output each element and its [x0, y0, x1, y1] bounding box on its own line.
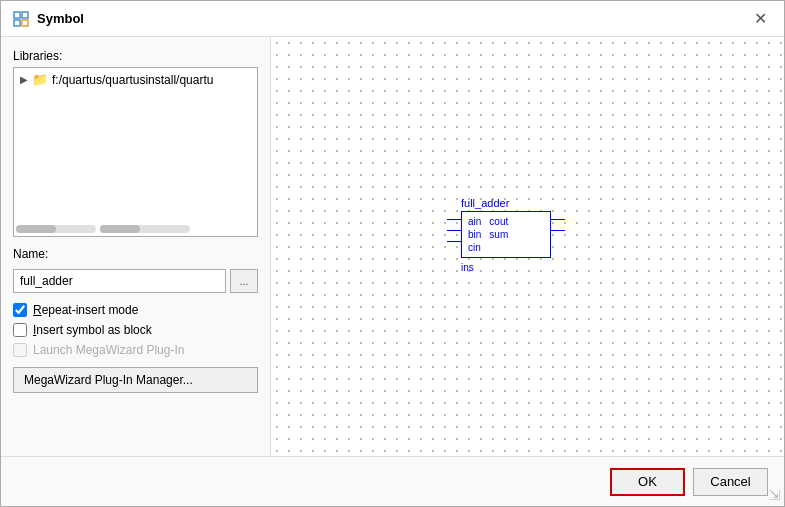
bin-line	[447, 230, 461, 231]
insert-block-label[interactable]: Insert symbol as block	[33, 323, 152, 337]
repeat-insert-checkbox[interactable]	[13, 303, 27, 317]
symbol-dialog: Symbol ✕ Libraries: ▶ 📁 f:/quartus/quart…	[0, 0, 785, 507]
cancel-button[interactable]: Cancel	[693, 468, 768, 496]
libraries-section: Libraries: ▶ 📁 f:/quartus/quartusinstall…	[13, 49, 258, 237]
ain-pin: ain	[468, 216, 481, 227]
insert-block-checkbox[interactable]	[13, 323, 27, 337]
symbol-icon	[13, 11, 29, 27]
repeat-insert-label[interactable]: Repeat-insert mode	[33, 303, 138, 317]
svg-rect-3	[22, 20, 28, 26]
svg-rect-1	[22, 12, 28, 18]
footer: OK Cancel ⇲	[1, 456, 784, 506]
tree-scrollbar-area	[14, 222, 257, 236]
scrollbar-thumb	[16, 225, 56, 233]
left-panel: Libraries: ▶ 📁 f:/quartus/quartusinstall…	[1, 37, 271, 456]
insert-rest: nsert symbol as block	[36, 323, 151, 337]
dialog-title: Symbol	[37, 11, 84, 26]
cin-line	[447, 241, 461, 242]
cout-line	[551, 219, 565, 220]
component-title: full_adder	[461, 197, 551, 209]
component-box: ain bin cin cout sum	[461, 211, 551, 258]
input-pins: ain bin cin	[468, 216, 481, 253]
megawizard-manager-button[interactable]: MegaWizard Plug-In Manager...	[13, 367, 258, 393]
chevron-right-icon: ▶	[20, 74, 28, 85]
ok-button[interactable]: OK	[610, 468, 685, 496]
libraries-tree: ▶ 📁 f:/quartus/quartusinstall/quartu	[13, 67, 258, 237]
dialog-body: Libraries: ▶ 📁 f:/quartus/quartusinstall…	[1, 37, 784, 456]
component-wrapper: ain bin cin cout sum ins	[461, 211, 551, 273]
repeat-insert-row: Repeat-insert mode	[13, 303, 258, 317]
svg-rect-0	[14, 12, 20, 18]
input-lines	[447, 219, 461, 242]
name-input[interactable]	[13, 269, 226, 293]
bottom-label: ins	[461, 262, 551, 273]
component-preview: full_adder	[461, 197, 551, 273]
sum-pin: sum	[489, 229, 508, 240]
repeat-underline: R	[33, 303, 42, 317]
horizontal-scrollbar[interactable]	[16, 225, 96, 233]
close-button[interactable]: ✕	[748, 7, 772, 31]
repeat-rest: epeat-insert mode	[42, 303, 139, 317]
insert-block-row: Insert symbol as block	[13, 323, 258, 337]
output-pins: cout sum	[489, 216, 508, 253]
name-input-row: ...	[13, 269, 258, 293]
megawizard-plugin-label: Launch MegaWizard Plug-In	[33, 343, 184, 357]
title-bar-left: Symbol	[13, 11, 84, 27]
tree-item[interactable]: ▶ 📁 f:/quartus/quartusinstall/quartu	[14, 68, 257, 91]
cin-pin: cin	[468, 242, 481, 253]
title-bar: Symbol ✕	[1, 1, 784, 37]
horizontal-scrollbar-2[interactable]	[100, 225, 190, 233]
folder-icon: 📁	[32, 72, 48, 87]
pin-labels: ain bin cin cout sum	[468, 216, 544, 253]
tree-item-label: f:/quartus/quartusinstall/quartu	[52, 73, 213, 87]
scrollbar-thumb-2	[100, 225, 140, 233]
output-lines	[551, 219, 565, 231]
svg-rect-2	[14, 20, 20, 26]
ain-line	[447, 219, 461, 220]
name-section: Name: ...	[13, 247, 258, 293]
bin-pin: bin	[468, 229, 481, 240]
options-section: Repeat-insert mode Insert symbol as bloc…	[13, 303, 258, 393]
cout-pin: cout	[489, 216, 508, 227]
sum-line	[551, 230, 565, 231]
name-label: Name:	[13, 247, 258, 261]
right-panel: full_adder	[271, 37, 784, 456]
megawizard-plugin-row: Launch MegaWizard Plug-In	[13, 343, 258, 357]
resize-handle-icon: ⇲	[769, 487, 781, 503]
megawizard-plugin-checkbox[interactable]	[13, 343, 27, 357]
browse-button[interactable]: ...	[230, 269, 258, 293]
libraries-label: Libraries:	[13, 49, 258, 63]
